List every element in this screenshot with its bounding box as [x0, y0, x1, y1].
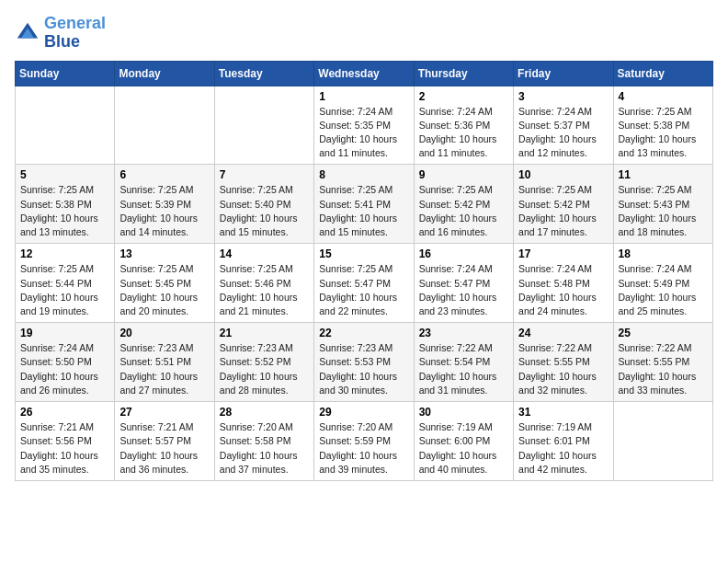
day-number: 2 — [419, 90, 508, 103]
calendar-cell: 21Sunrise: 7:23 AMSunset: 5:52 PMDayligh… — [214, 323, 313, 402]
calendar-cell: 31Sunrise: 7:19 AMSunset: 6:01 PMDayligh… — [514, 402, 613, 481]
day-number: 11 — [619, 168, 708, 181]
weekday-header-monday: Monday — [115, 61, 214, 86]
calendar-table: SundayMondayTuesdayWednesdayThursdayFrid… — [15, 61, 713, 481]
day-number: 22 — [319, 327, 408, 339]
day-number: 9 — [419, 168, 508, 181]
calendar-cell: 30Sunrise: 7:19 AMSunset: 6:00 PMDayligh… — [414, 402, 513, 481]
calendar-cell: 27Sunrise: 7:21 AMSunset: 5:57 PMDayligh… — [115, 402, 214, 481]
day-number: 19 — [20, 327, 109, 339]
calendar-cell: 11Sunrise: 7:25 AMSunset: 5:43 PMDayligh… — [613, 165, 712, 244]
logo-text: GeneralBlue — [44, 15, 106, 52]
day-number: 25 — [619, 327, 708, 339]
calendar-cell — [613, 402, 712, 481]
weekday-header-sunday: Sunday — [16, 61, 115, 86]
day-info: Sunrise: 7:25 AMSunset: 5:40 PMDaylight:… — [220, 183, 309, 239]
day-number: 26 — [20, 406, 109, 419]
day-number: 12 — [20, 247, 109, 260]
day-info: Sunrise: 7:25 AMSunset: 5:41 PMDaylight:… — [319, 183, 408, 239]
day-info: Sunrise: 7:24 AMSunset: 5:48 PMDaylight:… — [518, 262, 608, 318]
calendar-cell: 16Sunrise: 7:24 AMSunset: 5:47 PMDayligh… — [414, 244, 513, 323]
calendar-cell: 23Sunrise: 7:22 AMSunset: 5:54 PMDayligh… — [414, 323, 513, 402]
day-info: Sunrise: 7:24 AMSunset: 5:35 PMDaylight:… — [319, 105, 408, 161]
calendar-cell: 17Sunrise: 7:24 AMSunset: 5:48 PMDayligh… — [514, 244, 613, 323]
day-info: Sunrise: 7:25 AMSunset: 5:42 PMDaylight:… — [518, 183, 608, 239]
day-info: Sunrise: 7:25 AMSunset: 5:42 PMDaylight:… — [419, 183, 508, 239]
day-number: 5 — [20, 168, 109, 181]
calendar-cell: 19Sunrise: 7:24 AMSunset: 5:50 PMDayligh… — [16, 323, 115, 402]
calendar-cell: 5Sunrise: 7:25 AMSunset: 5:38 PMDaylight… — [16, 165, 115, 244]
weekday-header-saturday: Saturday — [613, 61, 712, 86]
page-header: GeneralBlue — [15, 15, 713, 52]
day-number: 17 — [518, 247, 608, 260]
day-number: 7 — [220, 168, 309, 181]
calendar-cell: 18Sunrise: 7:24 AMSunset: 5:49 PMDayligh… — [613, 244, 712, 323]
day-info: Sunrise: 7:19 AMSunset: 6:01 PMDaylight:… — [518, 420, 608, 477]
day-info: Sunrise: 7:24 AMSunset: 5:37 PMDaylight:… — [518, 105, 608, 161]
calendar-cell: 28Sunrise: 7:20 AMSunset: 5:58 PMDayligh… — [214, 402, 313, 481]
day-number: 15 — [319, 247, 408, 260]
calendar-cell: 6Sunrise: 7:25 AMSunset: 5:39 PMDaylight… — [115, 165, 214, 244]
day-info: Sunrise: 7:20 AMSunset: 5:58 PMDaylight:… — [220, 420, 309, 477]
day-number: 28 — [220, 406, 309, 419]
calendar-cell: 22Sunrise: 7:23 AMSunset: 5:53 PMDayligh… — [314, 323, 414, 402]
calendar-cell — [16, 86, 115, 165]
calendar-cell: 2Sunrise: 7:24 AMSunset: 5:36 PMDaylight… — [414, 86, 513, 165]
day-number: 10 — [518, 168, 608, 181]
day-info: Sunrise: 7:24 AMSunset: 5:50 PMDaylight:… — [20, 341, 109, 397]
weekday-header-friday: Friday — [514, 61, 613, 86]
day-info: Sunrise: 7:23 AMSunset: 5:52 PMDaylight:… — [220, 341, 309, 397]
calendar-week-row: 19Sunrise: 7:24 AMSunset: 5:50 PMDayligh… — [16, 323, 713, 402]
calendar-cell: 24Sunrise: 7:22 AMSunset: 5:55 PMDayligh… — [514, 323, 613, 402]
day-info: Sunrise: 7:25 AMSunset: 5:46 PMDaylight:… — [220, 262, 309, 318]
calendar-week-row: 5Sunrise: 7:25 AMSunset: 5:38 PMDaylight… — [16, 165, 713, 244]
day-number: 29 — [319, 406, 408, 419]
day-info: Sunrise: 7:25 AMSunset: 5:38 PMDaylight:… — [619, 105, 708, 161]
calendar-cell: 8Sunrise: 7:25 AMSunset: 5:41 PMDaylight… — [314, 165, 414, 244]
calendar-cell — [214, 86, 313, 165]
calendar-week-row: 1Sunrise: 7:24 AMSunset: 5:35 PMDaylight… — [16, 86, 713, 165]
day-number: 18 — [619, 247, 708, 260]
day-info: Sunrise: 7:21 AMSunset: 5:57 PMDaylight:… — [119, 420, 209, 477]
day-info: Sunrise: 7:19 AMSunset: 6:00 PMDaylight:… — [419, 420, 508, 477]
day-info: Sunrise: 7:22 AMSunset: 5:54 PMDaylight:… — [419, 341, 508, 397]
calendar-cell: 20Sunrise: 7:23 AMSunset: 5:51 PMDayligh… — [115, 323, 214, 402]
calendar-cell: 25Sunrise: 7:22 AMSunset: 5:55 PMDayligh… — [613, 323, 712, 402]
day-number: 4 — [619, 90, 708, 103]
weekday-header-thursday: Thursday — [414, 61, 513, 86]
day-info: Sunrise: 7:25 AMSunset: 5:45 PMDaylight:… — [119, 262, 209, 318]
day-number: 30 — [419, 406, 508, 419]
day-number: 1 — [319, 90, 408, 103]
day-info: Sunrise: 7:23 AMSunset: 5:51 PMDaylight:… — [119, 341, 209, 397]
weekday-header-tuesday: Tuesday — [214, 61, 313, 86]
day-number: 3 — [518, 90, 608, 103]
day-info: Sunrise: 7:25 AMSunset: 5:47 PMDaylight:… — [319, 262, 408, 318]
day-number: 20 — [119, 327, 209, 339]
calendar-cell: 3Sunrise: 7:24 AMSunset: 5:37 PMDaylight… — [514, 86, 613, 165]
day-info: Sunrise: 7:25 AMSunset: 5:38 PMDaylight:… — [20, 183, 109, 239]
day-number: 13 — [119, 247, 209, 260]
calendar-cell: 14Sunrise: 7:25 AMSunset: 5:46 PMDayligh… — [214, 244, 313, 323]
calendar-cell: 4Sunrise: 7:25 AMSunset: 5:38 PMDaylight… — [613, 86, 712, 165]
calendar-cell: 29Sunrise: 7:20 AMSunset: 5:59 PMDayligh… — [314, 402, 414, 481]
day-info: Sunrise: 7:22 AMSunset: 5:55 PMDaylight:… — [518, 341, 608, 397]
calendar-cell: 12Sunrise: 7:25 AMSunset: 5:44 PMDayligh… — [16, 244, 115, 323]
day-number: 24 — [518, 327, 608, 339]
day-number: 6 — [119, 168, 209, 181]
day-info: Sunrise: 7:20 AMSunset: 5:59 PMDaylight:… — [319, 420, 408, 477]
day-number: 16 — [419, 247, 508, 260]
calendar-cell: 26Sunrise: 7:21 AMSunset: 5:56 PMDayligh… — [16, 402, 115, 481]
day-number: 27 — [119, 406, 209, 419]
day-number: 14 — [220, 247, 309, 260]
calendar-cell — [115, 86, 214, 165]
day-number: 8 — [319, 168, 408, 181]
calendar-cell: 7Sunrise: 7:25 AMSunset: 5:40 PMDaylight… — [214, 165, 313, 244]
day-number: 31 — [518, 406, 608, 419]
calendar-cell: 1Sunrise: 7:24 AMSunset: 5:35 PMDaylight… — [314, 86, 414, 165]
day-info: Sunrise: 7:21 AMSunset: 5:56 PMDaylight:… — [20, 420, 109, 477]
day-number: 21 — [220, 327, 309, 339]
calendar-cell: 13Sunrise: 7:25 AMSunset: 5:45 PMDayligh… — [115, 244, 214, 323]
logo-icon — [15, 20, 40, 46]
day-info: Sunrise: 7:25 AMSunset: 5:43 PMDaylight:… — [619, 183, 708, 239]
weekday-header-wednesday: Wednesday — [314, 61, 414, 86]
